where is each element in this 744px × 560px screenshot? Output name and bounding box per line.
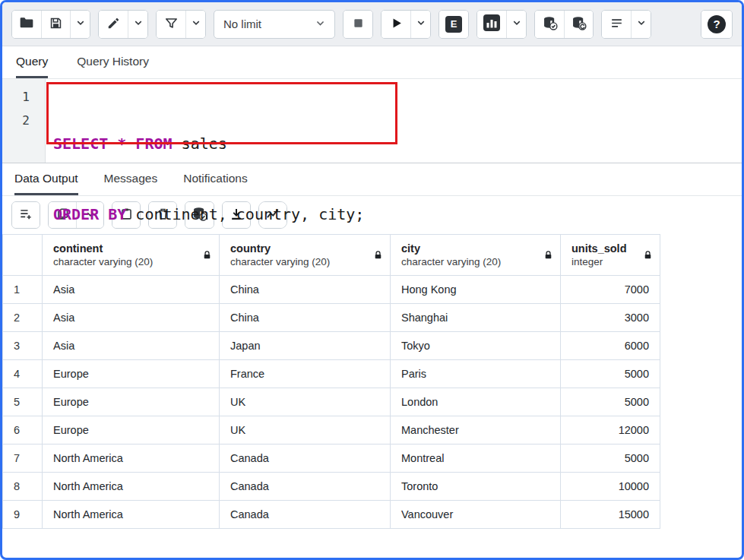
grid-cell[interactable]: 6000 [561, 332, 660, 360]
grid-cell[interactable]: 5000 [561, 388, 660, 416]
row-number[interactable]: 7 [3, 445, 43, 473]
row-number[interactable]: 8 [3, 473, 43, 501]
grid-cell[interactable]: North America [43, 501, 220, 529]
line-number-gutter: 1 2 [2, 79, 46, 163]
grid-body: 1 AsiaChinaHong Kong7000 2 AsiaChinaShan… [3, 276, 660, 529]
grid-cell[interactable]: Canada [220, 501, 391, 529]
table-row: 1 AsiaChinaHong Kong7000 [3, 276, 660, 304]
save-icon [49, 16, 63, 33]
grid-cell[interactable]: Europe [43, 360, 220, 388]
file-button-group [11, 10, 90, 39]
chevron-down-icon [192, 18, 201, 30]
grid-cell[interactable]: North America [43, 473, 220, 501]
grid-cell[interactable]: Europe [43, 388, 220, 416]
stop-button[interactable] [344, 11, 372, 38]
grid-cell[interactable]: London [391, 388, 561, 416]
grid-cell[interactable]: Canada [220, 445, 391, 473]
macro-options-button[interactable] [631, 11, 651, 38]
explain-analyze-button[interactable] [477, 11, 506, 38]
rollback-button[interactable] [564, 11, 593, 38]
sql-text: sales [173, 134, 227, 153]
row-limit-select[interactable]: No limit [214, 10, 335, 39]
query-tool-window: No limit [0, 0, 744, 560]
grid-cell[interactable]: 5000 [561, 360, 660, 388]
row-number[interactable]: 3 [3, 332, 43, 360]
grid-cell[interactable]: China [220, 304, 391, 332]
grid-cell[interactable]: 3000 [561, 304, 660, 332]
grid-cell[interactable]: 12000 [561, 416, 660, 445]
chevron-down-icon [637, 18, 646, 30]
table-row: 9 North AmericaCanadaVancouver15000 [3, 501, 660, 529]
column-type: character varying (20) [401, 256, 539, 267]
explain-button[interactable]: E [439, 11, 468, 38]
grid-cell[interactable]: Tokyo [391, 332, 561, 360]
row-number[interactable]: 6 [3, 416, 43, 445]
column-header-continent[interactable]: continent character varying (20) [43, 235, 220, 276]
grid-cell[interactable]: 15000 [561, 501, 660, 529]
row-number[interactable]: 1 [3, 276, 43, 304]
commit-button[interactable] [535, 11, 564, 38]
grid-cell[interactable]: 10000 [561, 473, 660, 501]
grid-cell[interactable]: Toronto [391, 473, 561, 501]
explain-icon: E [445, 16, 462, 33]
grid-cell[interactable]: Shanghai [391, 304, 561, 332]
grid-cell[interactable]: Hong Kong [391, 276, 561, 304]
save-button[interactable] [41, 11, 70, 38]
row-number[interactable]: 4 [3, 360, 43, 388]
help-button-group: ? [701, 10, 733, 39]
grid-cell[interactable]: Vancouver [391, 501, 561, 529]
grid-cell[interactable]: Europe [43, 416, 220, 445]
grid-cell[interactable]: UK [220, 388, 391, 416]
grid-cell[interactable]: Asia [43, 276, 220, 304]
execute-button[interactable] [381, 11, 410, 38]
tab-query[interactable]: Query [16, 46, 48, 78]
tab-query-history[interactable]: Query History [77, 46, 149, 78]
column-header-city[interactable]: city character varying (20) [391, 235, 561, 276]
grid-cell[interactable]: Manchester [391, 416, 561, 445]
help-button[interactable]: ? [701, 11, 732, 38]
grid-cell[interactable]: 7000 [561, 276, 660, 304]
save-options-button[interactable] [70, 11, 90, 38]
grid-corner-cell[interactable] [3, 235, 43, 276]
commit-icon [542, 15, 558, 33]
column-name: city [401, 242, 539, 255]
grid-cell[interactable]: North America [43, 445, 220, 473]
edit-options-button[interactable] [128, 11, 147, 38]
column-header-country[interactable]: country character varying (20) [220, 235, 391, 276]
line-number: 1 [2, 85, 30, 109]
add-row-button[interactable] [12, 202, 40, 228]
row-number[interactable]: 9 [3, 501, 43, 529]
sql-keyword: ORDER BY [53, 205, 126, 223]
explain-analyze-icon [483, 14, 500, 33]
list-icon [609, 16, 624, 33]
lock-icon [643, 250, 653, 260]
open-file-button[interactable] [12, 11, 41, 38]
query-editor[interactable]: 1 2 SELECT * FROM sales ORDER BY contine… [2, 79, 742, 163]
grid-cell[interactable]: China [220, 276, 391, 304]
execute-options-button[interactable] [410, 11, 430, 38]
grid-cell[interactable]: Montreal [391, 445, 561, 473]
column-type: character varying (20) [230, 256, 369, 267]
filter-icon [164, 16, 179, 33]
table-row: 6 EuropeUKManchester12000 [3, 416, 660, 445]
grid-cell[interactable]: France [220, 360, 391, 388]
macro-button[interactable] [602, 11, 631, 38]
explain-options-button[interactable] [506, 11, 526, 38]
row-number[interactable]: 2 [3, 304, 43, 332]
macro-button-group [601, 10, 651, 39]
row-number[interactable]: 5 [3, 388, 43, 416]
grid-cell[interactable]: Asia [43, 304, 220, 332]
grid-cell[interactable]: Canada [220, 473, 391, 501]
grid-cell[interactable]: Paris [391, 360, 561, 388]
grid-cell[interactable]: Japan [220, 332, 391, 360]
column-header-units-sold[interactable]: units_sold integer [561, 235, 660, 276]
grid-cell[interactable]: UK [220, 416, 391, 445]
edit-pencil-icon [106, 16, 121, 33]
grid-cell[interactable]: Asia [43, 332, 220, 360]
edit-button[interactable] [99, 11, 128, 38]
filter-options-button[interactable] [185, 11, 205, 38]
sql-code[interactable]: SELECT * FROM sales ORDER BY continent, … [46, 79, 364, 163]
grid-header-row: continent character varying (20) country… [3, 235, 660, 276]
grid-cell[interactable]: 5000 [561, 445, 660, 473]
filter-button[interactable] [157, 11, 185, 38]
